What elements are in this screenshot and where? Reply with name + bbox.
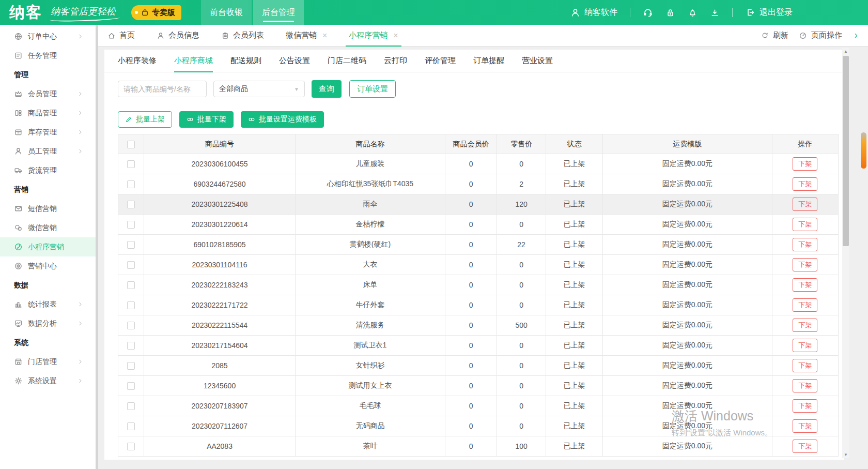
sidebar-item-会员管理[interactable]: 会员管理 — [0, 84, 96, 103]
sidebar-item-货流管理[interactable]: 货流管理 — [0, 161, 96, 180]
tab-会员列表[interactable]: 会员列表 — [221, 25, 264, 46]
download-icon[interactable] — [710, 8, 720, 18]
batch-actions: 批量上架批量下架批量设置运费模板 — [118, 111, 844, 128]
sidebar-item-短信营销[interactable]: 短信营销 — [0, 199, 96, 218]
close-icon[interactable]: × — [322, 32, 327, 40]
cell-retail_price: 0 — [497, 336, 546, 356]
scroll-up-arrow[interactable]: ▲ — [842, 48, 849, 55]
page-actions-button[interactable]: 页面操作 — [799, 31, 842, 40]
bell-icon[interactable] — [688, 8, 698, 18]
sidebar-item-系统设置[interactable]: 系统设置 — [0, 371, 96, 390]
subtab-门店二维码[interactable]: 门店二维码 — [328, 50, 366, 72]
take-down-button[interactable]: 下架 — [793, 198, 817, 211]
subtab-小程序商城[interactable]: 小程序商城 — [174, 50, 213, 72]
batch-button-批量上架[interactable]: 批量上架 — [118, 111, 172, 128]
subtab-营业设置[interactable]: 营业设置 — [522, 50, 553, 72]
content-scrollbar-thumb[interactable] — [843, 56, 849, 246]
edition-badge[interactable]: 专卖版 — [131, 5, 181, 20]
take-down-button[interactable]: 下架 — [793, 157, 817, 171]
sidebar-item-统计报表[interactable]: 统计报表 — [0, 295, 96, 314]
sidebar-item-数据分析[interactable]: 数据分析 — [0, 314, 96, 333]
subtab-评价管理[interactable]: 评价管理 — [425, 50, 456, 72]
table-row: 20230207183907毛毛球00已上架固定运费0.00元下架 — [118, 396, 839, 416]
row-checkbox[interactable] — [127, 382, 135, 390]
sidebar-item-微信营销[interactable]: 微信营销 — [0, 218, 96, 237]
row-checkbox[interactable] — [127, 160, 135, 168]
row-checkbox[interactable] — [127, 402, 135, 410]
row-checkbox[interactable] — [127, 362, 135, 370]
sidebar-item-门店管理[interactable]: 门店管理 — [0, 352, 96, 371]
row-checkbox[interactable] — [127, 342, 135, 350]
subtab-公告设置[interactable]: 公告设置 — [279, 50, 310, 72]
row-checkbox[interactable] — [127, 180, 135, 188]
refresh-button[interactable]: 刷新 — [761, 31, 788, 40]
subtab-订单提醒[interactable]: 订单提醒 — [473, 50, 504, 72]
cell-status: 已上架 — [546, 416, 603, 436]
window-scrollbar-thumb[interactable] — [861, 132, 866, 169]
subtab-云打印[interactable]: 云打印 — [384, 50, 407, 72]
take-down-button[interactable]: 下架 — [793, 419, 817, 433]
batch-button-批量设置运费模板[interactable]: 批量设置运费模板 — [241, 111, 324, 128]
cell-retail_price: 0 — [497, 416, 546, 436]
sidebar-item-库存管理[interactable]: 库存管理 — [0, 123, 96, 142]
take-down-button[interactable]: 下架 — [793, 339, 817, 352]
headset-icon[interactable] — [643, 7, 653, 18]
logout-button[interactable]: 退出登录 — [745, 7, 793, 18]
lock-icon[interactable] — [665, 8, 675, 18]
take-down-button[interactable]: 下架 — [793, 440, 817, 453]
row-checkbox[interactable] — [127, 301, 135, 309]
tab-首页[interactable]: 首页 — [107, 25, 135, 46]
subtab-配送规则[interactable]: 配送规则 — [230, 50, 261, 72]
category-select[interactable]: 全部商品 ▼ — [213, 81, 305, 97]
take-down-button[interactable]: 下架 — [793, 298, 817, 312]
sidebar-item-商品管理[interactable]: 商品管理 — [0, 103, 96, 123]
top-nav-前台收银[interactable]: 前台收银 — [201, 0, 252, 25]
row-checkbox[interactable] — [127, 261, 135, 269]
row-checkbox[interactable] — [127, 443, 135, 450]
sidebar-item-员工管理[interactable]: 员工管理 — [0, 142, 96, 161]
sidebar-item-小程序营销[interactable]: 小程序营销 — [0, 237, 96, 256]
take-down-button[interactable]: 下架 — [793, 238, 817, 251]
order-settings-button[interactable]: 订单设置 — [349, 80, 396, 98]
select-all-checkbox[interactable] — [127, 141, 135, 148]
sidebar-item-营销中心[interactable]: 营销中心 — [0, 256, 96, 276]
sidebar-item-任务管理[interactable]: 任务管理 — [0, 46, 96, 65]
take-down-button[interactable]: 下架 — [793, 218, 817, 231]
account-menu[interactable]: 纳客软件 — [570, 7, 617, 18]
row-checkbox[interactable] — [127, 221, 135, 229]
close-icon[interactable]: × — [393, 32, 398, 40]
tab-label: 首页 — [119, 31, 135, 40]
task-icon — [14, 51, 23, 60]
subtab-小程序装修[interactable]: 小程序装修 — [118, 50, 157, 72]
account-name: 纳客软件 — [584, 7, 617, 18]
take-down-button[interactable]: 下架 — [793, 379, 817, 392]
top-nav-后台管理[interactable]: 后台管理 — [253, 0, 304, 25]
pencil-icon — [125, 116, 132, 123]
take-down-button[interactable]: 下架 — [793, 258, 817, 271]
take-down-button[interactable]: 下架 — [793, 177, 817, 191]
tab-小程序营销[interactable]: 小程序营销× — [349, 25, 398, 46]
cell-retail_price: 0 — [497, 154, 546, 174]
tab-微信营销[interactable]: 微信营销× — [286, 25, 327, 46]
take-down-button[interactable]: 下架 — [793, 359, 817, 372]
row-checkbox[interactable] — [127, 322, 135, 329]
cell-freight: 固定运费0.00元 — [603, 215, 772, 235]
query-button[interactable]: 查询 — [312, 80, 342, 98]
row-checkbox[interactable] — [127, 201, 135, 208]
row-checkbox[interactable] — [127, 281, 135, 289]
take-down-button[interactable]: 下架 — [793, 399, 817, 413]
row-checkbox[interactable] — [127, 241, 135, 249]
cell-member_price: 0 — [445, 356, 497, 376]
search-input[interactable] — [118, 81, 207, 97]
row-checkbox[interactable] — [127, 422, 135, 430]
take-down-button[interactable]: 下架 — [793, 319, 817, 332]
table-body: 20230306100455儿童服装00已上架固定运费0.00元下架690324… — [118, 154, 839, 457]
tab-会员信息[interactable]: 会员信息 — [157, 25, 199, 46]
chevron-right-icon[interactable] — [853, 32, 860, 39]
batch-button-批量下架[interactable]: 批量下架 — [179, 111, 234, 128]
content-scrollbar[interactable]: ▲ ▼ — [842, 48, 849, 458]
scroll-down-arrow[interactable]: ▼ — [842, 451, 849, 458]
take-down-button[interactable]: 下架 — [793, 278, 817, 292]
sidebar-divider — [96, 25, 98, 469]
sidebar-item-订单中心[interactable]: 订单中心 — [0, 27, 96, 46]
